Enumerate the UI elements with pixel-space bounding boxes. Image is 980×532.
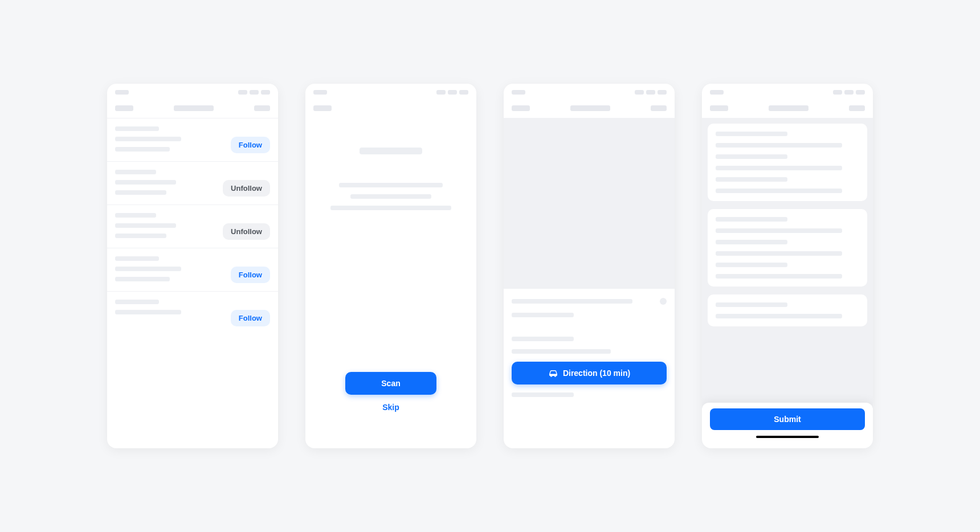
header-back[interactable]: [313, 105, 332, 111]
status-dot-icon: [660, 298, 667, 305]
list-item: Unfollow: [107, 161, 278, 204]
home-indicator: [756, 436, 819, 438]
list-item: Follow: [107, 118, 278, 161]
scan-title-placeholder: [360, 148, 422, 154]
battery-icon: [261, 90, 270, 95]
battery-icon: [856, 90, 865, 95]
status-bar: [504, 84, 675, 95]
location-meta: [512, 349, 611, 354]
screen-header: [107, 95, 278, 118]
map-placeholder[interactable]: [504, 118, 675, 289]
location-footer: [512, 392, 574, 397]
signal-icon: [833, 90, 842, 95]
status-bar: [305, 84, 476, 95]
wifi-icon: [448, 90, 457, 95]
scan-button[interactable]: Scan: [345, 372, 436, 395]
header-action[interactable]: [651, 105, 667, 111]
screen-header: [504, 95, 675, 118]
submit-bar: Submit: [702, 403, 873, 448]
form-card: [708, 124, 867, 201]
follow-button[interactable]: Follow: [231, 137, 270, 153]
car-icon: [548, 369, 558, 377]
follow-button[interactable]: Follow: [231, 310, 270, 326]
signal-icon: [238, 90, 247, 95]
header-title: [769, 105, 808, 111]
header-back[interactable]: [710, 105, 728, 111]
unfollow-button[interactable]: Unfollow: [223, 223, 270, 240]
svg-point-2: [554, 375, 556, 377]
list-item-text: [115, 300, 225, 314]
location-meta: [512, 337, 574, 341]
screen-header: [702, 95, 873, 118]
status-bar: [702, 84, 873, 95]
skip-button[interactable]: Skip: [382, 403, 399, 412]
battery-icon: [459, 90, 468, 95]
list-item: Unfollow: [107, 204, 278, 248]
location-title: [512, 299, 632, 304]
header-action[interactable]: [254, 105, 270, 111]
direction-button-label: Direction (10 min): [563, 369, 630, 378]
screen-header: [305, 95, 476, 113]
statusbar-indicators: [635, 90, 667, 95]
direction-button[interactable]: Direction (10 min): [512, 362, 667, 384]
list-item-text: [115, 170, 217, 195]
unfollow-button[interactable]: Unfollow: [223, 180, 270, 197]
location-details: Direction (10 min): [504, 289, 675, 406]
statusbar-time: [710, 90, 724, 95]
form-body: [702, 118, 873, 448]
status-bar: [107, 84, 278, 95]
statusbar-indicators: [238, 90, 270, 95]
wifi-icon: [646, 90, 655, 95]
signal-icon: [436, 90, 446, 95]
statusbar-indicators: [436, 90, 468, 95]
phone-form: Submit: [702, 84, 873, 448]
battery-icon: [658, 90, 667, 95]
scan-description-placeholder: [319, 183, 463, 210]
location-subtitle: [512, 313, 574, 317]
wifi-icon: [844, 90, 854, 95]
phone-scan: Scan Skip: [305, 84, 476, 448]
list-item: Follow: [107, 291, 278, 334]
statusbar-indicators: [833, 90, 865, 95]
header-title: [174, 105, 214, 111]
wifi-icon: [250, 90, 259, 95]
follow-list: Follow Unfollow Unfollow Follow: [107, 118, 278, 448]
statusbar-time: [115, 90, 129, 95]
submit-button[interactable]: Submit: [710, 408, 865, 430]
phone-direction: Direction (10 min): [504, 84, 675, 448]
scan-body: Scan Skip: [305, 113, 476, 448]
statusbar-time: [512, 90, 525, 95]
header-back[interactable]: [512, 105, 530, 111]
header-back[interactable]: [115, 105, 133, 111]
statusbar-time: [313, 90, 327, 95]
header-title: [570, 105, 610, 111]
svg-point-1: [550, 375, 552, 377]
form-card: [708, 209, 867, 287]
follow-button[interactable]: Follow: [231, 267, 270, 283]
form-card: [708, 294, 867, 326]
header-action[interactable]: [849, 105, 865, 111]
signal-icon: [635, 90, 644, 95]
list-item-text: [115, 256, 225, 281]
list-item: Follow: [107, 248, 278, 291]
list-item-text: [115, 213, 217, 238]
list-item-text: [115, 126, 225, 152]
phone-follow-list: Follow Unfollow Unfollow Follow: [107, 84, 278, 448]
